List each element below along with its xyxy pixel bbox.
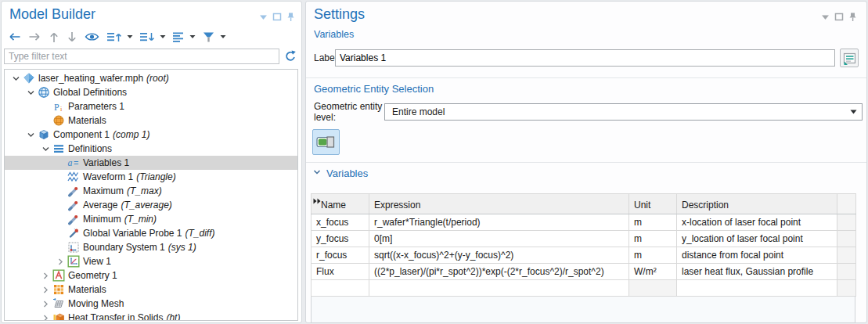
entity-level-dropdown[interactable]: Entire model [384,103,863,121]
tree-item-average[interactable]: Average(T_average) [5,198,297,212]
tree-item-suffix: (sys 1) [168,242,196,253]
tree-item-waveform-1[interactable]: Waveform 1(Triangle) [5,170,297,184]
cell-expression[interactable]: 0[m] [369,231,629,247]
tree-item-label: Moving Mesh [68,298,124,309]
comsol-desktop: { "colors": { "accent_blue": "#2272b9", … [0,0,868,324]
refresh-icon[interactable] [284,50,298,63]
svg-text:=: = [74,158,78,167]
tree-item-label: Global Definitions [53,87,127,98]
column-header-label: Expression [374,200,420,211]
cell-name[interactable]: r_focus [312,247,369,264]
show-icon[interactable] [84,31,100,43]
dropdown-caret-icon[interactable] [127,34,133,39]
cell-unit[interactable]: m [629,214,677,231]
collapse-all-icon[interactable] [139,31,156,44]
filter-icon[interactable] [201,31,216,44]
label-input[interactable] [335,49,835,67]
float-panel-icon[interactable] [272,13,282,21]
cell-expression[interactable]: r_wafer*Triangle(t/period) [369,214,629,231]
tree-item-geometry-1[interactable]: Geometry 1 [5,268,297,283]
expand-node-icon[interactable] [39,314,52,322]
tree-item-definitions[interactable]: Definitions [5,142,297,156]
cell-unit[interactable]: W/m² [629,264,677,280]
tree-item-suffix: (T_max) [127,185,162,196]
tree-item-boundary-system-1[interactable]: Boundary System 1(sys 1) [5,240,297,254]
cell-name[interactable]: x_focus [312,214,369,231]
settings-title: Settings [314,6,365,23]
collapse-node-icon[interactable] [24,88,37,97]
panel-menu-icon[interactable] [821,13,830,20]
dropdown-caret-icon[interactable] [160,34,166,39]
waveform-icon [67,171,80,183]
cell-unit[interactable]: m [629,231,677,247]
pin-panel-icon[interactable] [848,12,857,22]
dropdown-caret-icon[interactable] [189,34,196,39]
tree-item-suffix: (ht) [166,312,180,321]
tree-item-variables-1[interactable]: a=Variables 1 [5,156,297,170]
cell-unit-empty[interactable] [629,280,677,297]
global-variable-probe-icon [67,227,80,239]
collapse-node-icon[interactable] [9,74,22,83]
dropdown-caret-icon[interactable] [220,34,226,39]
cell-name-empty[interactable] [312,280,369,297]
chevron-down-icon [850,110,857,114]
tree-item-label: Maximum [83,185,124,196]
expand-node-icon[interactable] [39,300,52,308]
cell-description[interactable]: x-location of laser focal point [677,214,837,231]
label-field-row: Label: [314,49,859,67]
panel-menu-icon[interactable] [259,13,268,20]
expand-node-icon[interactable] [39,286,52,294]
cell-description[interactable]: distance from focal point [677,247,837,264]
variables-icon: a= [67,157,80,169]
pin-panel-icon[interactable] [286,12,295,22]
model-builder-title: Model Builder [9,6,95,23]
tree-item-laser-heating-wafer-mph[interactable]: laser_heating_wafer.mph(root) [5,71,297,85]
tree-item-component-1[interactable]: Component 1(comp 1) [5,128,297,142]
component-icon [37,128,50,141]
active-toggle-icon [316,135,336,149]
cell-name[interactable]: y_focus [312,231,369,247]
back-icon[interactable] [7,31,22,43]
move-up-icon[interactable] [48,31,60,44]
tree-item-heat-transfer-in-solids[interactable]: Heat Transfer in Solids(ht) [5,311,297,321]
cell-name[interactable]: Flux [312,264,369,280]
expand-node-icon[interactable] [39,272,52,280]
move-down-icon[interactable] [66,31,78,44]
tree-item-parameters-1[interactable]: PiParameters 1 [5,99,297,113]
cell-expression-empty[interactable] [369,280,629,297]
column-header-label: Unit [634,200,650,211]
cell-extra [837,231,856,247]
tree-item-global-variable-probe-1[interactable]: Global Variable Probe 1(T_diff) [5,226,297,240]
expand-node-icon[interactable] [54,257,67,266]
active-toggle-button[interactable] [312,129,340,155]
tree-item-maximum[interactable]: Maximum(T_max) [5,184,297,198]
tree-item-minimum[interactable]: Minimum(T_min) [5,212,297,226]
forward-icon[interactable] [27,31,42,43]
float-panel-icon[interactable] [834,13,844,21]
cell-extra [837,247,856,264]
tree-item-suffix: (T_average) [121,200,171,211]
tree-item-suffix: (T_min) [124,214,157,225]
variable-row-empty[interactable] [312,280,856,297]
collapse-node-icon[interactable] [39,145,52,153]
node-text-icon[interactable] [171,31,185,44]
tree-item-materials[interactable]: Materials [5,283,297,297]
cell-description-empty[interactable] [677,280,837,297]
tree-item-view-1[interactable]: View 1 [5,254,297,268]
collapse-node-icon[interactable] [24,131,37,139]
probe-icon [67,199,80,211]
tree-item-suffix: (Triangle) [136,171,175,182]
tree-item-materials[interactable]: Materials [5,113,297,128]
variables-table-empty-area[interactable] [311,297,855,323]
label-options-button[interactable] [840,49,859,67]
cell-description[interactable]: laser heat flux, Gaussian profile [677,264,837,280]
cell-description[interactable]: y_location of laser focal point [677,231,837,247]
expand-all-icon[interactable] [106,31,123,44]
cell-expression[interactable]: ((2*p_laser)/(pi*r_spot^2))*exp(-(2*r_fo… [369,264,629,280]
filter-input[interactable] [4,49,279,64]
tree-item-global-definitions[interactable]: Global Definitions [5,85,297,99]
variables-section-header[interactable]: Variables [312,167,368,179]
cell-unit[interactable]: m [629,247,677,264]
cell-expression[interactable]: sqrt((x-x_focus)^2+(y-y_focus)^2) [369,247,629,264]
tree-item-moving-mesh[interactable]: Moving Mesh [5,297,297,311]
